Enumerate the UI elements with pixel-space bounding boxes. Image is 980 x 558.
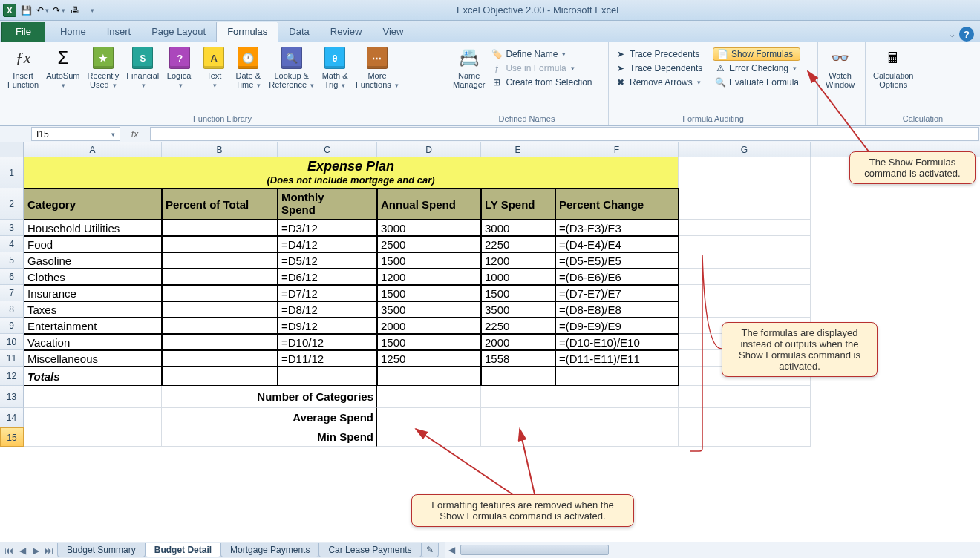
- cell-4-14[interactable]: [481, 408, 555, 427]
- trace-precedents-button[interactable]: ➤Trace Precedents: [613, 47, 711, 61]
- cell-monthly-3[interactable]: =D3/12: [278, 220, 377, 236]
- min-spend-label[interactable]: Min Spend: [162, 427, 377, 447]
- sheet-tab-budget-summary[interactable]: Budget Summary: [57, 543, 146, 557]
- sheet-nav-first[interactable]: ⏮: [3, 545, 15, 556]
- redo-icon[interactable]: ↷▾: [52, 4, 65, 17]
- header-percent-change[interactable]: Percent Change: [555, 188, 679, 220]
- cell-percent-6[interactable]: [162, 269, 278, 285]
- cell-ly-3[interactable]: 3000: [481, 220, 555, 236]
- totals-1[interactable]: [162, 367, 278, 386]
- cell-category-5[interactable]: Gasoline: [24, 252, 162, 269]
- header-category[interactable]: Category: [24, 188, 162, 220]
- cell-category-4[interactable]: Food: [24, 236, 162, 252]
- cell-category-6[interactable]: Clothes: [24, 269, 162, 285]
- row-header-4[interactable]: 4: [0, 236, 24, 252]
- cell-g-5[interactable]: [679, 252, 811, 269]
- cell-5-15[interactable]: [555, 427, 679, 447]
- cell-ly-11[interactable]: 1558: [481, 350, 555, 367]
- totals-3[interactable]: [377, 367, 481, 386]
- cell-category-10[interactable]: Vacation: [24, 334, 162, 350]
- tab-data[interactable]: Data: [278, 22, 319, 42]
- cell-monthly-11[interactable]: =D11/12: [278, 350, 377, 367]
- cell-ly-5[interactable]: 1200: [481, 252, 555, 269]
- cell-annual-8[interactable]: 3500: [377, 301, 481, 318]
- header-ly-spend[interactable]: LY Spend: [481, 188, 555, 220]
- header-percent-of-total[interactable]: Percent of Total: [162, 188, 278, 220]
- header-monthly-spend[interactable]: MonthlySpend: [278, 188, 377, 220]
- column-header-E[interactable]: E: [481, 142, 555, 157]
- help-icon[interactable]: ?: [959, 27, 974, 42]
- insert-function-button[interactable]: ƒxInsertFunction: [4, 45, 42, 91]
- create-from-selection-button[interactable]: ⊞Create from Selection: [489, 76, 593, 89]
- cell-change-7[interactable]: =(D7-E7)/E7: [555, 285, 679, 301]
- sheet-tab-car-lease-payments[interactable]: Car Lease Payments: [318, 543, 421, 557]
- tab-page-layout[interactable]: Page Layout: [141, 22, 216, 42]
- cell-percent-9[interactable]: [162, 318, 278, 334]
- title-cell[interactable]: Expense Plan(Does not include mortgage a…: [24, 157, 679, 188]
- print-icon[interactable]: 🖶: [68, 4, 82, 17]
- cell-category-11[interactable]: Miscellaneous: [24, 350, 162, 367]
- cell-change-4[interactable]: =(D4-E4)/E4: [555, 236, 679, 252]
- cell-change-6[interactable]: =(D6-E6)/E6: [555, 269, 679, 285]
- cell-3-15[interactable]: [377, 427, 481, 447]
- tab-insert[interactable]: Insert: [97, 22, 142, 42]
- evaluate-formula-button[interactable]: 🔍Evaluate Formula: [713, 76, 800, 89]
- cell-percent-10[interactable]: [162, 334, 278, 350]
- show-formulas-button[interactable]: 📄Show Formulas: [713, 47, 800, 61]
- define-name-button[interactable]: 🏷️Define Name ▾: [489, 47, 593, 61]
- cell-category-3[interactable]: Household Utilities: [24, 220, 162, 236]
- row-header-14[interactable]: 14: [0, 408, 24, 427]
- cell-annual-9[interactable]: 2000: [377, 318, 481, 334]
- cell-change-5[interactable]: =(D5-E5)/E5: [555, 252, 679, 269]
- cell-5-14[interactable]: [555, 408, 679, 427]
- cell-annual-5[interactable]: 1500: [377, 252, 481, 269]
- cell-category-7[interactable]: Insurance: [24, 285, 162, 301]
- cell-ly-4[interactable]: 2250: [481, 236, 555, 252]
- sheet-nav-next[interactable]: ▶: [30, 545, 42, 556]
- column-header-C[interactable]: C: [278, 142, 377, 157]
- totals-2[interactable]: [278, 367, 377, 386]
- fx-icon[interactable]: fx: [122, 126, 148, 142]
- cell-ly-10[interactable]: 2000: [481, 334, 555, 350]
- cell-a15[interactable]: [24, 427, 162, 447]
- cell-category-9[interactable]: Entertainment: [24, 318, 162, 334]
- cell-5-13[interactable]: [555, 386, 679, 408]
- name-box[interactable]: I15▾: [31, 127, 120, 141]
- cell-g-7[interactable]: [679, 285, 811, 301]
- sheet-tab-budget-detail[interactable]: Budget Detail: [145, 543, 221, 557]
- cell-annual-10[interactable]: 1500: [377, 334, 481, 350]
- cell-percent-8[interactable]: [162, 301, 278, 318]
- tab-review[interactable]: Review: [320, 22, 373, 42]
- sheet-nav-prev[interactable]: ◀: [16, 545, 28, 556]
- trace-dependents-button[interactable]: ➤Trace Dependents: [613, 62, 711, 75]
- cell-percent-3[interactable]: [162, 220, 278, 236]
- cell-3-14[interactable]: [377, 408, 481, 427]
- cell-g1[interactable]: [679, 157, 811, 188]
- autosum-button[interactable]: ΣAutoSum▾: [43, 45, 82, 91]
- more-functions-button[interactable]: ⋯MoreFunctions ▾: [353, 45, 402, 91]
- row-header-2[interactable]: 2: [0, 188, 24, 220]
- cell-ly-6[interactable]: 1000: [481, 269, 555, 285]
- cell-a14[interactable]: [24, 408, 162, 427]
- cell-monthly-7[interactable]: =D7/12: [278, 285, 377, 301]
- cell-6-14[interactable]: [679, 408, 811, 427]
- cell-ly-8[interactable]: 3500: [481, 301, 555, 318]
- column-header-A[interactable]: A: [24, 142, 162, 157]
- cell-annual-4[interactable]: 2500: [377, 236, 481, 252]
- math-trig-button[interactable]: θMath &Trig ▾: [318, 45, 351, 91]
- column-header-F[interactable]: F: [555, 142, 679, 157]
- cell-6-13[interactable]: [679, 386, 811, 408]
- minimize-ribbon-icon[interactable]: ⌵: [950, 30, 955, 39]
- horizontal-scrollbar[interactable]: ◀: [445, 542, 980, 558]
- column-header-D[interactable]: D: [377, 142, 481, 157]
- tab-view[interactable]: View: [372, 22, 414, 42]
- cell-category-8[interactable]: Taxes: [24, 301, 162, 318]
- cell-g-6[interactable]: [679, 269, 811, 285]
- row-header-1[interactable]: 1: [0, 157, 24, 188]
- number-categories-label[interactable]: Number of Categories: [162, 386, 377, 408]
- cell-3-13[interactable]: [377, 386, 481, 408]
- cell-annual-6[interactable]: 1200: [377, 269, 481, 285]
- row-header-15[interactable]: 15: [0, 427, 24, 447]
- totals-label[interactable]: Totals: [24, 367, 162, 386]
- cell-a13[interactable]: [24, 386, 162, 408]
